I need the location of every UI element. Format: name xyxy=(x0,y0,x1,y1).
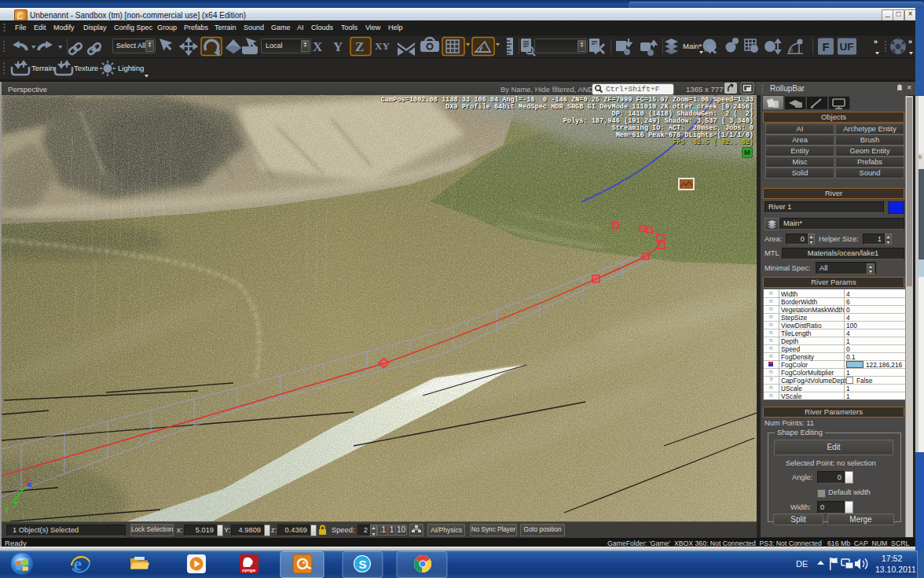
svg-text:»: » xyxy=(908,38,912,46)
svg-text:13.10.2011: 13.10.2011 xyxy=(875,565,916,574)
svg-text:Z: Z xyxy=(355,39,364,54)
svg-text:»: » xyxy=(874,38,878,46)
svg-text:XY: XY xyxy=(375,40,390,52)
svg-text:zynga: zynga xyxy=(242,568,256,572)
svg-text:UF: UF xyxy=(840,41,854,53)
svg-text:DE: DE xyxy=(796,559,808,569)
svg-text:17:52: 17:52 xyxy=(882,554,902,563)
svg-text:F: F xyxy=(823,40,830,53)
svg-text:Y: Y xyxy=(333,39,343,54)
svg-text:Main*: Main* xyxy=(683,42,702,50)
svg-text:S: S xyxy=(359,558,367,571)
svg-text:y: y xyxy=(5,505,9,513)
svg-text:X: X xyxy=(313,39,323,54)
svg-text:b: b xyxy=(790,47,793,53)
